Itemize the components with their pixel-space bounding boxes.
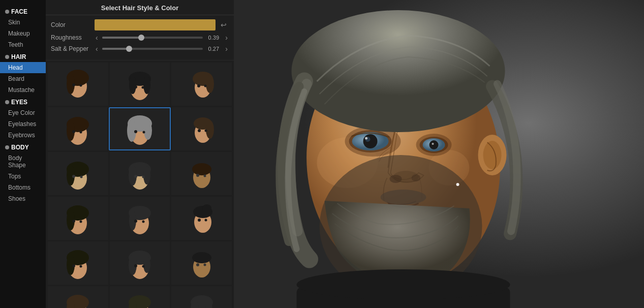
salt-pepper-thumb[interactable] <box>126 46 132 52</box>
hair-style-cell-h12[interactable] <box>171 197 232 240</box>
hair-style-cell-h1[interactable] <box>48 63 108 106</box>
svg-point-51 <box>80 220 82 223</box>
roughness-label: Roughness <box>51 34 91 41</box>
body-dot <box>5 145 9 149</box>
hair-style-cell-h3[interactable] <box>171 63 232 106</box>
cursor <box>456 183 459 186</box>
roughness-prev-button[interactable]: ‹ <box>95 34 99 42</box>
hair-style-cell-h16[interactable] <box>48 286 108 308</box>
svg-point-19 <box>72 130 75 133</box>
hair-thumb-h4 <box>48 107 107 150</box>
hair-preview-h16 <box>57 287 98 309</box>
svg-point-118 <box>381 190 426 205</box>
svg-point-31 <box>205 129 207 132</box>
hair-preview-h17 <box>119 287 160 309</box>
sidebar-item-body-shape[interactable]: Body Shape <box>0 152 46 171</box>
hair-preview-h2 <box>119 64 160 105</box>
sidebar-item-teeth[interactable]: Teeth <box>0 39 46 50</box>
svg-point-4 <box>80 84 82 86</box>
sidebar-item-head[interactable]: Head <box>0 62 46 73</box>
hair-style-cell-h10[interactable] <box>48 197 108 240</box>
svg-point-120 <box>297 269 510 300</box>
svg-point-55 <box>134 220 137 223</box>
hair-style-panel: Select Hair Style & Color Color ↩ Roughn… <box>46 0 234 308</box>
hair-dot <box>5 55 9 59</box>
hair-thumb-h14 <box>110 241 170 285</box>
grid-row-2 <box>48 107 232 150</box>
sidebar-item-eye-color[interactable]: Eye Color <box>0 107 46 118</box>
section-body-label: BODY <box>11 144 29 151</box>
svg-point-30 <box>198 129 201 132</box>
hair-preview-h10 <box>57 198 98 239</box>
hair-style-cell-h15[interactable] <box>171 241 232 285</box>
sidebar-item-makeup[interactable]: Makeup <box>0 28 46 39</box>
hair-thumb-h11 <box>110 197 170 240</box>
hair-thumb-h10 <box>48 197 108 240</box>
svg-point-71 <box>134 264 137 267</box>
svg-point-29 <box>206 120 214 139</box>
svg-point-7 <box>129 76 136 94</box>
sidebar-item-tops[interactable]: Tops <box>0 171 46 182</box>
hair-preview-h9 <box>181 153 222 195</box>
section-body: BODY Body Shape Tops Bottoms Shoes <box>0 141 46 204</box>
sidebar-item-beard[interactable]: Beard <box>0 73 46 84</box>
hair-style-cell-h6[interactable] <box>172 107 232 150</box>
hair-style-cell-h8[interactable] <box>110 152 170 195</box>
hair-preview-h1 <box>57 64 98 105</box>
salt-pepper-slider[interactable] <box>102 48 203 50</box>
section-eyes-label: EYES <box>11 99 27 106</box>
color-swatch[interactable] <box>95 19 216 30</box>
svg-point-26 <box>142 131 145 133</box>
section-face-header: FACE <box>0 5 46 17</box>
hair-style-cell-h9[interactable] <box>171 152 232 195</box>
sidebar: FACE Skin Makeup Teeth HAIR Head Beard M… <box>0 0 46 308</box>
color-reset-button[interactable]: ↩ <box>219 21 229 29</box>
section-hair-label: HAIR <box>11 53 26 60</box>
sidebar-item-eyelashes[interactable]: Eyelashes <box>0 118 46 130</box>
hair-thumb-h12 <box>171 197 232 240</box>
svg-point-46 <box>203 174 206 177</box>
roughness-next-button[interactable]: › <box>224 34 229 42</box>
character-viewport <box>234 0 644 308</box>
hair-style-cell-h17[interactable] <box>110 286 170 308</box>
salt-pepper-prev-button[interactable]: ‹ <box>95 45 99 53</box>
section-hair: HAIR Head Beard Mustache <box>0 50 46 96</box>
svg-point-14 <box>197 84 200 87</box>
grid-row-3 <box>48 152 232 195</box>
svg-point-60 <box>198 219 201 222</box>
hair-controls: Color ↩ Roughness ‹ 0.39 › Salt & Pepper… <box>46 15 234 60</box>
sidebar-item-bottoms[interactable]: Bottoms <box>0 182 46 193</box>
hair-style-cell-h13[interactable] <box>48 241 108 285</box>
sidebar-item-skin[interactable]: Skin <box>0 17 46 28</box>
hair-style-cell-h11[interactable] <box>110 197 170 240</box>
hair-style-cell-h14[interactable] <box>110 241 170 285</box>
hair-style-cell-h2[interactable] <box>110 63 170 106</box>
sidebar-item-shoes[interactable]: Shoes <box>0 193 46 204</box>
face-dot <box>5 10 9 14</box>
hair-preview-h13 <box>57 242 98 284</box>
svg-point-109 <box>430 140 439 149</box>
hair-style-cell-h7[interactable] <box>48 152 108 195</box>
eyes-dot <box>5 100 9 104</box>
hair-style-cell-h18[interactable] <box>171 286 232 308</box>
roughness-thumb[interactable] <box>138 35 144 41</box>
svg-point-8 <box>143 76 150 94</box>
svg-point-115 <box>483 141 502 169</box>
hair-thumb-h1 <box>48 63 108 106</box>
sidebar-item-mustache[interactable]: Mustache <box>0 84 46 96</box>
sidebar-item-eyebrows[interactable]: Eyebrows <box>0 130 46 141</box>
color-label: Color <box>51 21 91 28</box>
svg-point-103 <box>363 134 378 148</box>
hair-preview-h7 <box>57 153 98 195</box>
svg-point-61 <box>204 219 207 221</box>
hair-style-cell-h4[interactable] <box>48 107 107 150</box>
roughness-slider[interactable] <box>102 37 203 39</box>
hair-thumb-h9 <box>171 152 232 195</box>
color-row: Color ↩ <box>51 19 229 30</box>
salt-pepper-next-button[interactable]: › <box>224 45 229 53</box>
hair-style-cell-h5[interactable] <box>109 107 170 150</box>
hair-thumb-h17 <box>110 286 170 308</box>
panel-title: Select Hair Style & Color <box>46 0 234 15</box>
hair-preview-h11 <box>119 198 160 239</box>
hair-preview-h6 <box>181 108 222 150</box>
